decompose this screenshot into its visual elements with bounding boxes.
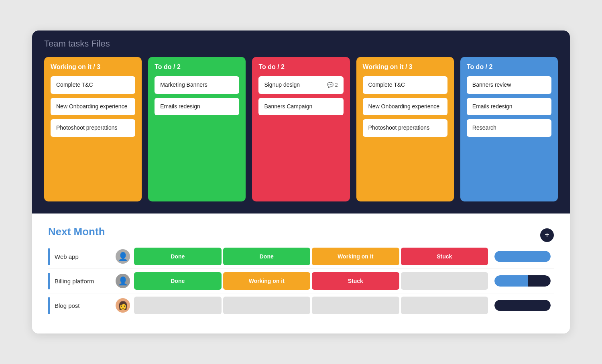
card-text: Complete T&C <box>368 81 405 89</box>
kanban-col-col5: To do / 2Banners reviewEmails redesignRe… <box>460 57 558 201</box>
card-text: Emails redesign <box>472 103 513 111</box>
row-avatar-cell: 👩 <box>112 295 132 316</box>
card[interactable]: Banners review <box>467 76 551 94</box>
row-label: Blog post <box>48 297 112 314</box>
progress-bar <box>494 300 551 311</box>
card[interactable]: Banners Campaign <box>258 98 343 116</box>
add-button[interactable]: + <box>540 228 554 242</box>
card[interactable]: Research <box>467 119 551 137</box>
timeline-row: Web app👤DoneDoneWorking on itStuck <box>48 244 554 269</box>
card-text: Marketing Banners <box>160 81 207 89</box>
kanban-col-col3: To do / 2Signup design💬 2Banners Campaig… <box>252 57 350 201</box>
timeline-cells: DoneDoneWorking on itStuck <box>132 244 490 268</box>
card-text: Emails redesign <box>160 103 200 111</box>
progress-fill <box>494 275 551 287</box>
timeline-cell: Working on it <box>223 272 311 290</box>
card-text: Photoshoot preperations <box>368 124 430 132</box>
timeline-cells: DoneWorking on itStuck <box>132 269 490 293</box>
card[interactable]: Complete T&C <box>363 76 447 94</box>
progress-bar <box>494 251 551 262</box>
card-text: Complete T&C <box>56 81 93 89</box>
timeline-row: Blog post👩 <box>48 293 554 317</box>
col-header-col1: Working on it / 3 <box>51 63 135 71</box>
card[interactable]: Emails redesign <box>155 98 239 116</box>
card[interactable]: Complete T&C <box>51 76 135 94</box>
title-bold: Team tasks <box>44 39 89 49</box>
card[interactable]: Marketing Banners <box>155 76 239 94</box>
card-text: Photoshoot preperations <box>56 124 118 132</box>
kanban-section: Team tasks Files Working on it / 3Comple… <box>32 31 570 214</box>
card[interactable]: Emails redesign <box>467 98 551 116</box>
kanban-columns: Working on it / 3Complete T&CNew Onboard… <box>44 57 558 201</box>
progress-fill <box>494 300 551 311</box>
progress-bar <box>494 275 551 287</box>
row-avatar-cell: 👤 <box>112 270 132 291</box>
timeline-cell: Done <box>134 248 222 265</box>
avatar: 👩 <box>116 298 130 313</box>
timeline-cell: Done <box>223 248 311 265</box>
progress-cell <box>490 248 554 265</box>
progress-cell <box>490 297 554 314</box>
col-header-col5: To do / 2 <box>467 63 551 71</box>
timeline-cells <box>132 293 490 317</box>
col-header-col4: Working on it / 3 <box>363 63 447 71</box>
bottom-section: Next Month + Web app👤DoneDoneWorking on … <box>32 214 570 333</box>
row-avatar-cell: 👤 <box>112 246 132 267</box>
card-text: New Onboarding experience <box>56 103 127 111</box>
card[interactable]: New Onboarding experience <box>51 98 135 116</box>
progress-fill <box>494 251 551 262</box>
card[interactable]: New Onboarding experience <box>363 98 447 116</box>
card-text: Research <box>472 124 496 132</box>
title-sub: Files <box>91 39 110 49</box>
avatar: 👤 <box>116 274 130 288</box>
avatar: 👤 <box>116 249 130 264</box>
card[interactable]: Photoshoot preperations <box>51 119 135 137</box>
card-text: Signup design <box>264 81 300 89</box>
timeline-cell <box>401 272 488 290</box>
col-header-col2: To do / 2 <box>155 63 239 71</box>
timeline-cell <box>223 297 311 314</box>
row-label: Web app <box>48 248 112 265</box>
timeline-cell: Stuck <box>401 248 488 265</box>
col-header-col3: To do / 2 <box>258 63 343 71</box>
card-text: Banners Campaign <box>264 103 312 111</box>
card[interactable]: Signup design💬 2 <box>258 76 343 94</box>
kanban-col-col4: Working on it / 3Complete T&CNew Onboard… <box>356 57 454 201</box>
progress-cell <box>490 272 554 290</box>
card-text: Banners review <box>472 81 511 89</box>
timeline-table: Web app👤DoneDoneWorking on itStuckBillin… <box>48 244 554 317</box>
card-badge: 💬 2 <box>327 82 338 88</box>
timeline-row: Billing platform👤DoneWorking on itStuck <box>48 269 554 293</box>
kanban-col-col1: Working on it / 3Complete T&CNew Onboard… <box>44 57 142 201</box>
timeline-cell: Stuck <box>312 272 399 290</box>
timeline-cell <box>401 297 488 314</box>
row-label: Billing platform <box>48 273 112 289</box>
page-title: Team tasks Files <box>44 39 558 49</box>
kanban-col-col2: To do / 2Marketing BannersEmails redesig… <box>148 57 246 201</box>
card[interactable]: Photoshoot preperations <box>363 119 447 137</box>
main-container: Team tasks Files Working on it / 3Comple… <box>32 31 570 333</box>
timeline-cell <box>134 297 222 314</box>
timeline-cell: Done <box>134 272 222 290</box>
card-text: New Onboarding experience <box>368 103 439 111</box>
section-title: Next Month <box>48 226 105 238</box>
timeline-cell: Working on it <box>312 248 399 265</box>
timeline-cell <box>312 297 399 314</box>
